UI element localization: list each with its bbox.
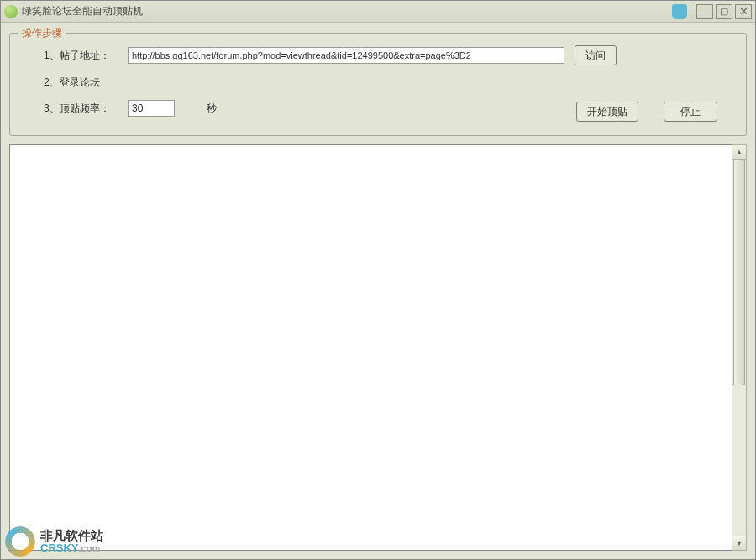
label-login: 2、登录论坛 [44,76,128,90]
visit-button[interactable]: 访问 [575,45,617,65]
helper-icon[interactable] [672,4,687,19]
row-post-url: 1、帖子地址： 访问 [18,45,738,65]
window-controls: — ▢ ✕ [696,4,752,19]
content-area: 操作步骤 1、帖子地址： 访问 2、登录论坛 3、顶贴频率： 秒 开始顶贴 停止 [1,23,755,559]
groupbox-title: 操作步骤 [18,26,66,40]
start-button[interactable]: 开始顶贴 [576,102,638,122]
label-frequency: 3、顶贴频率： [44,102,128,116]
label-post-url: 1、帖子地址： [44,49,128,63]
close-button[interactable]: ✕ [735,4,752,19]
maximize-button[interactable]: ▢ [716,4,732,19]
frequency-input[interactable] [128,100,175,117]
app-window: 绿笑脸论坛全能自动顶贴机 — ▢ ✕ 操作步骤 1、帖子地址： 访问 2、登录论… [0,0,756,560]
app-icon [4,5,18,18]
row-login: 2、登录论坛 [18,76,738,90]
title-bar: 绿笑脸论坛全能自动顶贴机 — ▢ ✕ [1,1,755,23]
scroll-up-button[interactable]: ▲ [732,145,746,160]
post-url-input[interactable] [128,47,564,64]
scroll-thumb[interactable] [733,160,745,385]
scroll-track[interactable] [732,160,746,536]
unit-seconds: 秒 [207,102,217,116]
steps-groupbox: 操作步骤 1、帖子地址： 访问 2、登录论坛 3、顶贴频率： 秒 开始顶贴 停止 [9,33,747,136]
minimize-button[interactable]: — [696,4,713,19]
window-title: 绿笑脸论坛全能自动顶贴机 [22,4,668,18]
vertical-scrollbar[interactable]: ▲ ▼ [732,144,747,551]
scroll-down-button[interactable]: ▼ [732,536,746,550]
browser-viewport[interactable] [9,144,732,551]
viewer-area: ▲ ▼ [9,144,747,551]
stop-button[interactable]: 停止 [664,102,717,122]
